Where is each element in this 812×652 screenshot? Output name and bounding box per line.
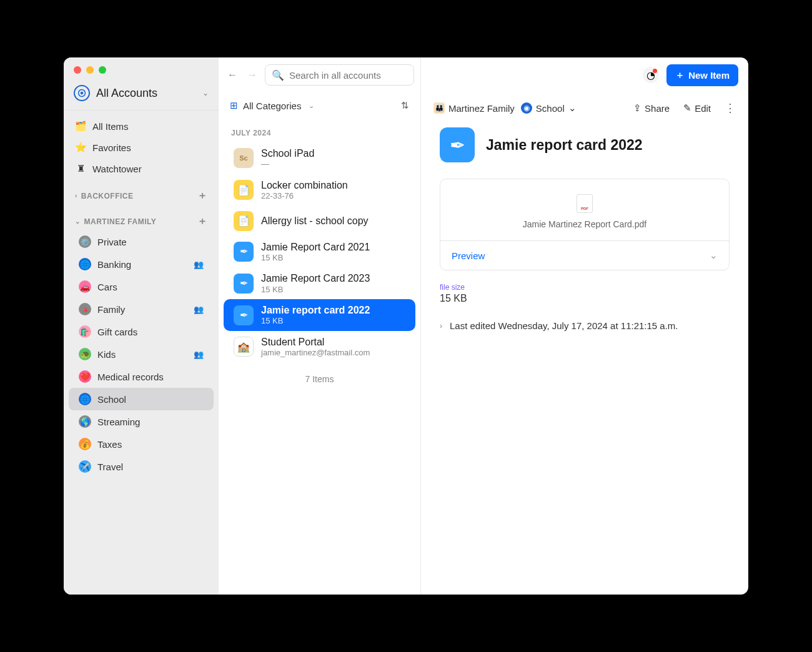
search-input[interactable]	[289, 70, 407, 81]
nav-label: Watchtower	[92, 164, 142, 174]
list-item[interactable]: ✒︎Jamie Report Card 202115 KB	[224, 236, 415, 268]
vault-icon: ⚙️	[79, 235, 91, 248]
vault-item[interactable]: ⚙️Private	[69, 230, 214, 253]
vault-item[interactable]: ✈️Travel	[69, 455, 214, 478]
vault-icon: ❤️	[79, 370, 91, 383]
nav-list: 🗂️ All Items ⭐ Favorites ♜ Watchtower	[64, 111, 219, 179]
vault-label: Streaming	[97, 417, 140, 427]
attachment-preview[interactable]: Jamie Martinez Report Card.pdf	[440, 179, 729, 240]
item-thumb-icon: ✒︎	[234, 274, 254, 294]
list-item[interactable]: 📄Locker combination22-33-76	[224, 174, 415, 206]
close-window-button[interactable]	[74, 66, 81, 74]
item-thumb-icon: ✒︎	[234, 242, 254, 262]
vault-item[interactable]: 🔺Family👥	[69, 298, 214, 320]
add-vault-button[interactable]: ＋	[197, 189, 208, 202]
vault-label: Cars	[97, 282, 117, 292]
new-item-button[interactable]: ＋ New Item	[666, 64, 738, 86]
item-count: 7 Items	[219, 363, 420, 395]
chevron-down-icon[interactable]: ⌄	[309, 102, 314, 110]
zoom-window-button[interactable]	[99, 66, 106, 74]
crumb-vault[interactable]: ◉ School ⌄	[521, 102, 577, 114]
vault-label: Kids	[97, 349, 116, 360]
breadcrumb: 👪 Martinez Family ◉ School ⌄ ⇪ Share ✎ E…	[421, 92, 748, 124]
share-label: Share	[645, 103, 670, 114]
item-list-pane: ← → 🔍 ⊞ All Categories ⌄ ⇅ JULY 2024 ScS…	[219, 57, 421, 595]
list-item[interactable]: ✒︎Jamie report card 202215 KB	[224, 299, 415, 331]
crumb-vault-label: School	[536, 103, 565, 114]
vault-icon: 🔺	[79, 303, 91, 315]
section-header[interactable]: ⌄MARTINEZ FAMILY＋	[64, 205, 219, 230]
item-thumb-icon: 📄	[234, 180, 254, 200]
item-subtitle: jamie_martinez@fastmail.com	[261, 348, 370, 358]
more-button[interactable]: ⋮	[725, 101, 736, 115]
globe-icon: ◉	[521, 102, 532, 114]
vault-item[interactable]: 🚗Cars	[69, 275, 214, 298]
search-field[interactable]: 🔍	[265, 64, 414, 86]
nav-all-items[interactable]: 🗂️ All Items	[69, 116, 214, 137]
shared-icon: 👥	[194, 305, 204, 314]
vault-label: Banking	[97, 259, 131, 270]
back-button[interactable]: ←	[225, 67, 240, 82]
crumb-account[interactable]: 👪 Martinez Family	[433, 102, 515, 114]
detail-header: ✒︎ Jamie report card 2022	[421, 124, 748, 179]
vault-item[interactable]: 🛍️Gift cards	[69, 320, 214, 343]
nav-favorites[interactable]: ⭐ Favorites	[69, 137, 214, 158]
shared-icon: 👥	[194, 350, 204, 359]
app-window: ⦿ All Accounts ⌄ 🗂️ All Items ⭐ Favorite…	[64, 57, 748, 595]
last-edited-row[interactable]: › Last edited Wednesday, July 17, 2024 a…	[421, 309, 748, 342]
share-button[interactable]: ⇪ Share	[633, 102, 670, 114]
detail-pane: ◔ ＋ New Item 👪 Martinez Family ◉ School …	[421, 57, 748, 595]
vault-item[interactable]: ❤️Medical records	[69, 365, 214, 388]
nav-watchtower[interactable]: ♜ Watchtower	[69, 158, 214, 179]
tray-icon: 🗂️	[75, 121, 86, 132]
item-title: Locker combination	[261, 179, 348, 191]
vault-icon: 🌐	[79, 258, 91, 270]
item-title: School iPad	[261, 147, 314, 159]
group-label: JULY 2024	[219, 119, 420, 142]
item-title: Jamie Report Card 2023	[261, 272, 370, 284]
file-size-field: file size 15 KB	[421, 270, 748, 309]
bell-icon: ◔	[646, 69, 655, 81]
add-vault-button[interactable]: ＋	[197, 215, 208, 228]
item-thumb-icon: Sc	[234, 148, 254, 168]
file-size-value: 15 KB	[440, 293, 730, 304]
filter-label[interactable]: All Categories	[243, 101, 301, 111]
list-item[interactable]: ScSchool iPad—	[224, 142, 415, 174]
sort-button[interactable]: ⇅	[401, 100, 409, 111]
nav-label: Favorites	[92, 142, 131, 153]
vault-icon: 🛍️	[79, 325, 91, 338]
minimize-window-button[interactable]	[86, 66, 94, 74]
detail-title: Jamie report card 2022	[486, 137, 643, 154]
search-icon: 🔍	[272, 69, 284, 81]
vault-item[interactable]: 🌎Streaming	[69, 410, 214, 433]
chevron-down-icon: ⌄	[202, 89, 209, 97]
app-logo-icon: ⦿	[74, 85, 90, 101]
item-thumb-icon: ✒︎	[234, 305, 254, 325]
item-subtitle: —	[261, 159, 314, 169]
vault-item[interactable]: 🐢Kids👥	[69, 343, 214, 365]
forward-button[interactable]: →	[245, 67, 260, 82]
filter-bar: ⊞ All Categories ⌄ ⇅	[219, 92, 420, 119]
list-item[interactable]: ✒︎Jamie Report Card 202315 KB	[224, 267, 415, 299]
vault-label: Taxes	[97, 439, 122, 450]
vault-label: Travel	[97, 462, 123, 472]
edit-button[interactable]: ✎ Edit	[683, 102, 711, 114]
list-item[interactable]: 🏫Student Portaljamie_martinez@fastmail.c…	[224, 331, 415, 363]
categories-icon: ⊞	[230, 100, 238, 111]
vault-icon: 🐢	[79, 348, 91, 360]
item-thumb-icon: 🏫	[234, 337, 254, 357]
section-header[interactable]: ›BACKOFFICE＋	[64, 179, 219, 205]
vault-item[interactable]: 💰Taxes	[69, 433, 214, 455]
vault-item[interactable]: 🌐School	[69, 388, 214, 410]
watchtower-icon: ♜	[75, 163, 86, 174]
notifications-button[interactable]: ◔	[643, 67, 659, 83]
vault-item[interactable]: 🌐Banking👥	[69, 253, 214, 275]
list-item[interactable]: 📄Allergy list - school copy	[224, 206, 415, 236]
pdf-file-icon	[577, 194, 593, 213]
vault-icon: 🌎	[79, 415, 91, 428]
vault-icon: 🌐	[79, 393, 91, 405]
preview-toggle[interactable]: Preview ⌄	[440, 240, 729, 270]
star-icon: ⭐	[75, 142, 86, 153]
chevron-down-icon: ⌄	[710, 250, 718, 261]
account-switcher[interactable]: ⦿ All Accounts ⌄	[64, 74, 219, 111]
